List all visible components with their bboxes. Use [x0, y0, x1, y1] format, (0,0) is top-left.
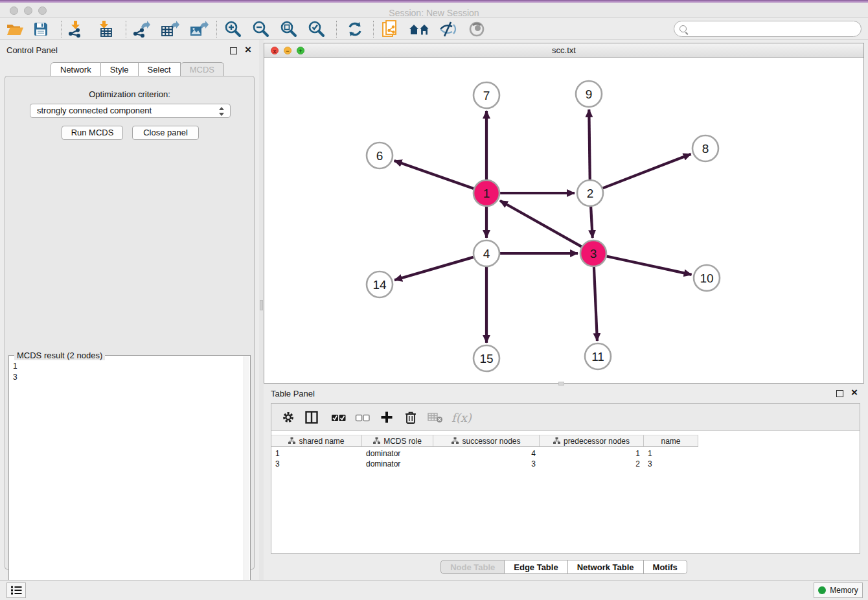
- control-panel-title: Control Panel: [6, 45, 58, 55]
- cell-shared-name[interactable]: 1: [271, 448, 362, 459]
- deselect-all-button[interactable]: [355, 408, 371, 426]
- show-columns-button[interactable]: [305, 408, 318, 426]
- mcds-result-scrollbar[interactable]: [244, 356, 249, 599]
- tab-edge-table[interactable]: Edge Table: [505, 560, 567, 574]
- zoom-out-button[interactable]: [252, 20, 270, 38]
- column-header-MCDS-role[interactable]: MCDS role: [362, 435, 433, 447]
- search-icon: [680, 25, 687, 32]
- run-mcds-button[interactable]: Run MCDS: [62, 126, 123, 140]
- vertical-splitter[interactable]: [259, 40, 264, 580]
- table-row[interactable]: 1dominator411: [271, 448, 860, 459]
- column-header-predecessor-nodes[interactable]: predecessor nodes: [540, 435, 644, 447]
- application-window: Session: New Session: [0, 0, 868, 600]
- delete-table-button[interactable]: [428, 408, 443, 426]
- export-image-icon: [189, 21, 209, 38]
- cell-successor-nodes[interactable]: 4: [433, 448, 540, 459]
- zoom-in-button[interactable]: [224, 20, 242, 38]
- table-close-icon[interactable]: ×: [851, 386, 858, 399]
- close-panel-icon[interactable]: ×: [245, 43, 251, 56]
- hide-selected-button[interactable]: [438, 20, 457, 38]
- edge-4-14[interactable]: [394, 257, 474, 280]
- table-row[interactable]: 3dominator323: [271, 459, 860, 469]
- export-network-button[interactable]: [132, 20, 150, 38]
- column-label: predecessor nodes: [564, 437, 630, 446]
- cell-shared-name[interactable]: 3: [271, 459, 362, 469]
- tab-network[interactable]: Network: [51, 62, 101, 76]
- column-label: shared name: [299, 437, 344, 446]
- search-input[interactable]: [687, 25, 861, 34]
- import-table-icon: [97, 21, 115, 38]
- zoom-fit-button[interactable]: [280, 20, 298, 38]
- select-all-button[interactable]: [331, 408, 347, 426]
- edge-2-3[interactable]: [591, 207, 593, 238]
- splitter-handle[interactable]: [260, 300, 263, 310]
- cell-name[interactable]: 3: [644, 459, 698, 469]
- node-label-4: 4: [483, 247, 490, 260]
- columns-icon: [305, 411, 318, 424]
- network-graph: 7968124314101511: [264, 58, 863, 383]
- cell-MCDS-role[interactable]: dominator: [362, 448, 433, 459]
- zoom-out-icon: [252, 20, 270, 38]
- edge-1-6[interactable]: [394, 161, 474, 189]
- cell-name[interactable]: 1: [644, 448, 698, 459]
- float-panel-icon[interactable]: [230, 47, 237, 54]
- search-field[interactable]: [674, 21, 862, 37]
- export-table-button[interactable]: [161, 20, 180, 38]
- cell-predecessor-nodes[interactable]: 1: [540, 448, 644, 459]
- first-neighbors-button[interactable]: [408, 20, 431, 38]
- trash-icon: [405, 411, 417, 424]
- zoom-selected-button[interactable]: [308, 20, 326, 38]
- edge-2-9[interactable]: [589, 110, 589, 179]
- import-network-button[interactable]: [67, 20, 86, 38]
- close-panel-button[interactable]: Close panel: [132, 126, 199, 140]
- toolbar-separator: [336, 21, 337, 38]
- create-column-button[interactable]: [380, 408, 393, 426]
- mcds-result-legend: MCDS result (2 nodes): [14, 351, 105, 360]
- edge-2-8[interactable]: [603, 154, 691, 189]
- tab-network-table[interactable]: Network Table: [568, 560, 644, 574]
- column-header-shared-name[interactable]: shared name: [271, 435, 362, 447]
- function-builder-button[interactable]: f(x): [451, 408, 472, 426]
- network-canvas[interactable]: 7968124314101511: [264, 58, 863, 383]
- refresh-button[interactable]: [346, 20, 364, 38]
- memory-status-icon: [818, 586, 826, 594]
- cell-MCDS-role[interactable]: dominator: [362, 459, 433, 469]
- tab-node-table[interactable]: Node Table: [440, 560, 505, 574]
- eye-slash-icon: [438, 21, 457, 38]
- list-icon: [10, 585, 22, 595]
- tab-style[interactable]: Style: [101, 62, 139, 76]
- edge-3-1[interactable]: [500, 201, 582, 247]
- show-all-button[interactable]: [468, 20, 486, 38]
- tab-mcds[interactable]: MCDS: [181, 62, 224, 76]
- cell-successor-nodes[interactable]: 3: [433, 459, 540, 469]
- network-from-selection-button[interactable]: [382, 20, 399, 38]
- delete-column-button[interactable]: [405, 408, 417, 426]
- table-settings-button[interactable]: [282, 408, 295, 426]
- mcds-result-line: 3: [13, 372, 241, 383]
- titlebar: Session: New Session: [0, 3, 868, 18]
- edge-3-11[interactable]: [594, 267, 597, 341]
- network-window-title: scc.txt: [264, 43, 863, 58]
- import-table-button[interactable]: [97, 20, 115, 38]
- table-float-icon[interactable]: [836, 390, 843, 397]
- memory-button[interactable]: Memory: [814, 583, 863, 598]
- tab-select[interactable]: Select: [139, 62, 181, 76]
- toolbar-separator: [126, 21, 126, 38]
- node-label-1: 1: [483, 187, 490, 200]
- edge-3-10[interactable]: [607, 256, 692, 274]
- criterion-select[interactable]: strongly connected component: [30, 104, 231, 118]
- column-header-name[interactable]: name: [644, 435, 698, 447]
- save-session-button[interactable]: [34, 20, 48, 38]
- task-history-button[interactable]: [6, 583, 26, 598]
- table-panel-title: Table Panel: [271, 389, 315, 398]
- select-stepper-icon: [219, 106, 225, 117]
- export-image-button[interactable]: [189, 20, 209, 38]
- network-window-titlebar[interactable]: x − + scc.txt: [264, 43, 863, 58]
- zoom-selected-icon: [308, 20, 326, 38]
- cell-predecessor-nodes[interactable]: 2: [540, 459, 644, 469]
- node-table-frame: f(x) shared nameMCDS rolesuccessor nodes…: [271, 403, 860, 554]
- column-header-successor-nodes[interactable]: successor nodes: [433, 435, 540, 447]
- tab-motifs[interactable]: Motifs: [644, 560, 687, 574]
- open-session-button[interactable]: [6, 20, 24, 38]
- column-tree-icon: [451, 437, 459, 444]
